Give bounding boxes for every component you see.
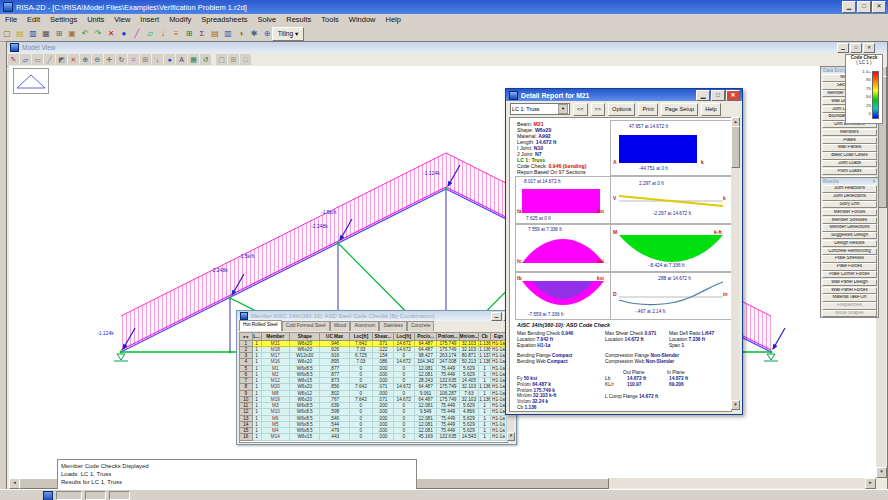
results-member-stresses-button[interactable]: Member Stresses	[822, 217, 877, 224]
column-header-2[interactable]: Member	[262, 333, 291, 341]
column-header-1[interactable]: L...	[253, 333, 262, 341]
menu-window[interactable]: Window	[344, 15, 381, 24]
unselect-icon[interactable]: ✕	[68, 54, 79, 65]
sort-right-icon[interactable]: ►	[246, 335, 250, 339]
table-row[interactable]: 161M14W6x15.4430.000045.169132.63514.543…	[240, 434, 507, 440]
undo-icon[interactable]: ↶	[79, 27, 91, 40]
draw-members-icon[interactable]: ✎	[8, 54, 19, 65]
tab-cold-formed-steel[interactable]: Cold Formed Steel	[282, 321, 330, 331]
redo-icon[interactable]: ↷	[92, 27, 104, 40]
scroll-down-icon[interactable]: ▼	[507, 432, 515, 441]
point-load-icon[interactable]: ↓	[157, 27, 169, 40]
vscroll-thumb[interactable]	[731, 126, 740, 168]
render-icon[interactable]: ▦	[188, 54, 199, 65]
zoom-in-icon[interactable]: ⊕	[80, 54, 91, 65]
column-header-4[interactable]: UC Max	[320, 333, 349, 341]
copy-icon[interactable]: ⊞	[53, 27, 65, 40]
menu-insert[interactable]: Insert	[135, 15, 164, 24]
options-button[interactable]: Options	[608, 103, 635, 116]
menu-units[interactable]: Units	[82, 15, 109, 24]
menu-solve[interactable]: Solve	[253, 15, 282, 24]
results-joint-deflections-button[interactable]: Joint Deflections	[822, 193, 877, 200]
column-header-9[interactable]: Pnt/om...	[437, 333, 459, 341]
chevron-down-icon[interactable]: ▼	[558, 104, 568, 114]
results-suggested-design-button[interactable]: Suggested Design	[822, 232, 877, 239]
app-close-button[interactable]: ✕	[872, 1, 886, 13]
scroll-down-icon[interactable]: ▼	[876, 467, 887, 478]
column-header-5[interactable]: Loc[ft]	[350, 333, 373, 341]
results-member-forces-button[interactable]: Member Forces	[822, 209, 877, 216]
menu-settings[interactable]: Settings	[45, 15, 82, 24]
spreadsheet-icon[interactable]: ⊞	[183, 27, 195, 40]
results-design-results-button[interactable]: Design Results	[822, 240, 877, 247]
menu-help[interactable]: Help	[381, 15, 406, 24]
open-folder-icon[interactable]: ▤	[14, 27, 26, 40]
draw-member-icon[interactable]: ╱	[131, 27, 143, 40]
redraw-icon[interactable]: ↺	[200, 54, 211, 65]
grid-icon[interactable]: ⊞	[140, 54, 151, 65]
select-invert-icon[interactable]: ◩	[56, 54, 67, 65]
column-header-6[interactable]: Shear...	[373, 333, 394, 341]
pan-icon[interactable]: ✛	[104, 54, 115, 65]
joints-toggle-icon[interactable]: ●	[164, 54, 175, 65]
view-thumbnail[interactable]	[13, 68, 49, 94]
menu-file[interactable]: File	[0, 15, 22, 24]
detail-close-button[interactable]: ✕	[726, 90, 740, 101]
new-view-icon[interactable]: ▢	[216, 54, 227, 65]
previous-member-button[interactable]: <<	[573, 103, 588, 116]
print-button[interactable]: Print	[638, 103, 658, 116]
data-entry-members-button[interactable]: Members	[822, 129, 877, 136]
spreadsheet-minimize-button[interactable]: ▁	[491, 312, 502, 321]
results-wall-panel-design-button[interactable]: Wall Panel Design	[822, 279, 877, 286]
model-view-maximize-button[interactable]: □	[850, 43, 862, 53]
print-icon[interactable]: ▦	[40, 27, 52, 40]
tab-concrete[interactable]: Concrete	[407, 321, 434, 331]
tab-wood[interactable]: Wood	[330, 321, 350, 331]
menu-view[interactable]: View	[109, 15, 135, 24]
model-view-close-button[interactable]: ✕	[863, 43, 875, 53]
results-plate-forces-button[interactable]: Plate Forces	[822, 263, 877, 270]
settings-icon[interactable]: ✱	[248, 27, 260, 40]
results-concrete-reinforcing-button[interactable]: Concrete Reinforcing	[822, 248, 877, 255]
column-sort-buttons[interactable]: ◄►	[240, 333, 253, 341]
load-combination-dropdown[interactable]: LC 1: Truss ▼	[510, 103, 570, 115]
results-member-deflections-button[interactable]: Member Deflections	[822, 224, 877, 231]
page-setup-button[interactable]: Page Setup	[661, 103, 698, 116]
select-line-icon[interactable]: ╱	[44, 54, 55, 65]
next-member-button[interactable]: >>	[591, 103, 606, 116]
rotate-icon[interactable]: ↻	[116, 54, 127, 65]
results-material-take-off-button[interactable]: Material Take-Off	[822, 294, 877, 301]
tab-stainless[interactable]: Stainless	[379, 321, 406, 331]
close-icon[interactable]: ✕	[872, 179, 876, 184]
help-button[interactable]: Help	[701, 103, 721, 116]
data-entry-plates-button[interactable]: Plates	[822, 137, 877, 144]
loads-toggle-icon[interactable]: ↓	[152, 54, 163, 65]
solve-icon[interactable]: Σ	[196, 27, 208, 40]
column-header-11[interactable]: Cb	[479, 333, 491, 341]
scroll-down-icon[interactable]: ▼	[731, 400, 740, 410]
tab-hot-rolled-steel[interactable]: Hot Rolled Steel	[239, 320, 282, 331]
zoom-out-icon[interactable]: ⊖	[92, 54, 103, 65]
units-icon[interactable]: ◑	[235, 27, 247, 40]
column-header-10[interactable]: Mn/om...	[460, 333, 480, 341]
data-entry-basic-load-cases-button[interactable]: Basic Load Cases	[822, 152, 877, 159]
data-entry-point-loads-button[interactable]: Point Loads	[822, 168, 877, 175]
results-plate-corner-forces-button[interactable]: Plate Corner Forces	[822, 271, 877, 278]
labels-toggle-icon[interactable]: A	[176, 54, 187, 65]
app-maximize-button[interactable]: □	[857, 1, 871, 13]
menu-modify[interactable]: Modify	[164, 15, 196, 24]
paste-icon[interactable]: ▣	[66, 27, 78, 40]
results-story-drift-button[interactable]: Story Drift	[822, 201, 877, 208]
new-file-icon[interactable]: ▢	[1, 27, 13, 40]
distributed-load-icon[interactable]: ≡	[170, 27, 182, 40]
save-icon[interactable]: ▥	[27, 27, 39, 40]
data-entry-joint-loads-button[interactable]: Joint Loads	[822, 160, 877, 167]
results-icon[interactable]: ▤	[209, 27, 221, 40]
results-plate-stresses-button[interactable]: Plate Stresses	[822, 255, 877, 262]
menu-results[interactable]: Results	[281, 15, 316, 24]
model-view-minimize-button[interactable]: ▁	[837, 43, 849, 53]
column-header-8[interactable]: Pnc/o...	[415, 333, 437, 341]
app-minimize-button[interactable]: ▁	[842, 1, 856, 13]
detail-maximize-button[interactable]: □	[711, 90, 725, 101]
tiling-button[interactable]: Tiling ▾	[272, 27, 304, 41]
